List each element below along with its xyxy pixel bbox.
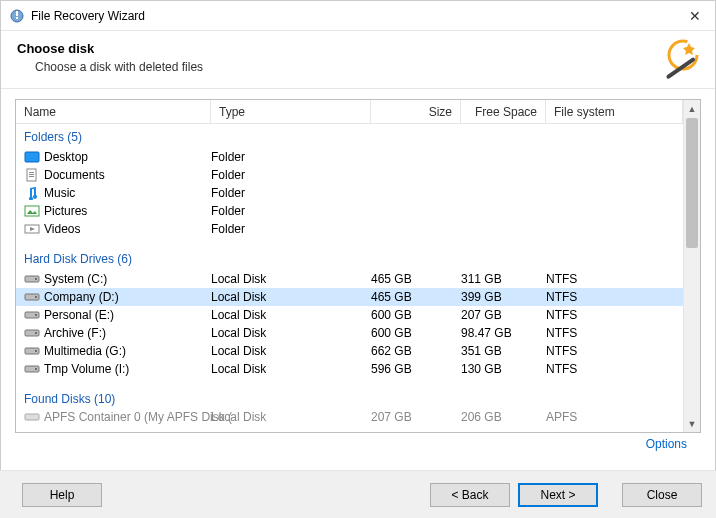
- svg-point-20: [35, 314, 37, 316]
- scroll-thumb[interactable]: [686, 118, 698, 248]
- item-name: Tmp Volume (I:): [44, 362, 129, 376]
- item-free: 399 GB: [461, 290, 546, 304]
- item-fs: NTFS: [546, 290, 683, 304]
- scroll-up-icon[interactable]: ▲: [684, 100, 700, 117]
- app-icon: [9, 8, 25, 24]
- music-icon: [24, 186, 40, 200]
- videos-icon: [24, 222, 40, 236]
- wizard-footer: Help < Back Next > Close: [0, 470, 716, 518]
- svg-point-16: [35, 278, 37, 280]
- scroll-down-icon[interactable]: ▼: [684, 415, 700, 432]
- drive-icon: [24, 362, 40, 376]
- item-free: 207 GB: [461, 308, 546, 322]
- item-type: Folder: [211, 222, 371, 236]
- item-name: Multimedia (G:): [44, 344, 126, 358]
- item-size: 600 GB: [371, 326, 461, 340]
- item-name: APFS Container 0 (My APFS Disk (: [44, 410, 232, 424]
- item-name: Pictures: [44, 204, 87, 218]
- drive-icon: [24, 344, 40, 358]
- item-size: 465 GB: [371, 272, 461, 286]
- item-fs: NTFS: [546, 362, 683, 376]
- list-item[interactable]: Company (D:) Local Disk 465 GB 399 GB NT…: [16, 288, 683, 306]
- help-button[interactable]: Help: [22, 483, 102, 507]
- drive-icon: [24, 272, 40, 286]
- item-free: 98.47 GB: [461, 326, 546, 340]
- item-name: Company (D:): [44, 290, 119, 304]
- item-name: Archive (F:): [44, 326, 106, 340]
- page-title: Choose disk: [17, 41, 699, 56]
- item-type: Folder: [211, 186, 371, 200]
- item-type: Folder: [211, 168, 371, 182]
- wizard-header: Choose disk Choose a disk with deleted f…: [1, 31, 715, 89]
- item-free: 130 GB: [461, 362, 546, 376]
- item-fs: NTFS: [546, 308, 683, 322]
- col-free[interactable]: Free Space: [461, 100, 546, 123]
- item-name: Personal (E:): [44, 308, 114, 322]
- item-name: Videos: [44, 222, 80, 236]
- svg-rect-6: [25, 152, 39, 162]
- svg-rect-10: [29, 176, 34, 177]
- item-free: 351 GB: [461, 344, 546, 358]
- col-name[interactable]: Name: [16, 100, 211, 123]
- group-found[interactable]: Found Disks (10): [16, 386, 683, 410]
- next-button[interactable]: Next >: [518, 483, 598, 507]
- drive-icon: [24, 326, 40, 340]
- item-size: 465 GB: [371, 290, 461, 304]
- options-link[interactable]: Options: [646, 437, 687, 451]
- item-fs: NTFS: [546, 326, 683, 340]
- item-size: 662 GB: [371, 344, 461, 358]
- item-free: 311 GB: [461, 272, 546, 286]
- wizard-wand-icon: [653, 37, 701, 85]
- item-size: 596 GB: [371, 362, 461, 376]
- svg-point-26: [35, 368, 37, 370]
- svg-rect-27: [25, 414, 39, 420]
- item-type: Local Disk: [211, 362, 371, 376]
- list-item[interactable]: System (C:) Local Disk 465 GB 311 GB NTF…: [16, 270, 683, 288]
- item-name: Documents: [44, 168, 105, 182]
- group-folders[interactable]: Folders (5): [16, 124, 683, 148]
- list-item[interactable]: Videos Folder: [16, 220, 683, 238]
- list-item[interactable]: Desktop Folder: [16, 148, 683, 166]
- close-button[interactable]: Close: [622, 483, 702, 507]
- window-title: File Recovery Wizard: [31, 9, 683, 23]
- drive-icon: [24, 290, 40, 304]
- pictures-icon: [24, 204, 40, 218]
- col-size[interactable]: Size: [371, 100, 461, 123]
- drive-icon: [24, 308, 40, 322]
- item-name: Music: [44, 186, 75, 200]
- list-item[interactable]: Multimedia (G:) Local Disk 662 GB 351 GB…: [16, 342, 683, 360]
- svg-rect-11: [25, 206, 39, 216]
- list-item[interactable]: Personal (E:) Local Disk 600 GB 207 GB N…: [16, 306, 683, 324]
- list-item[interactable]: Tmp Volume (I:) Local Disk 596 GB 130 GB…: [16, 360, 683, 378]
- item-type: Local Disk: [211, 272, 371, 286]
- column-headers[interactable]: Name Type Size Free Space File system: [16, 100, 683, 124]
- group-drives[interactable]: Hard Disk Drives (6): [16, 246, 683, 270]
- col-type[interactable]: Type: [211, 100, 371, 123]
- item-fs: APFS: [546, 410, 683, 424]
- item-type: Local Disk: [211, 308, 371, 322]
- close-icon[interactable]: ✕: [683, 8, 707, 24]
- item-type: Local Disk: [211, 290, 371, 304]
- drive-icon: [24, 410, 40, 424]
- svg-rect-9: [29, 174, 34, 175]
- item-fs: NTFS: [546, 272, 683, 286]
- item-type: Local Disk: [211, 326, 371, 340]
- item-type: Folder: [211, 150, 371, 164]
- titlebar: File Recovery Wizard ✕: [1, 1, 715, 31]
- list-item[interactable]: Music Folder: [16, 184, 683, 202]
- item-size: 600 GB: [371, 308, 461, 322]
- col-fs[interactable]: File system: [546, 100, 683, 123]
- svg-rect-1: [16, 11, 18, 16]
- list-item[interactable]: Pictures Folder: [16, 202, 683, 220]
- item-name: Desktop: [44, 150, 88, 164]
- svg-rect-8: [29, 172, 34, 173]
- item-size: 207 GB: [371, 410, 461, 424]
- list-item[interactable]: Documents Folder: [16, 166, 683, 184]
- list-item[interactable]: Archive (F:) Local Disk 600 GB 98.47 GB …: [16, 324, 683, 342]
- back-button[interactable]: < Back: [430, 483, 510, 507]
- vertical-scrollbar[interactable]: ▲ ▼: [683, 100, 700, 432]
- list-item[interactable]: APFS Container 0 (My APFS Disk ( Local D…: [16, 410, 683, 424]
- item-name: System (C:): [44, 272, 107, 286]
- item-type: Folder: [211, 204, 371, 218]
- item-type: Local Disk: [211, 410, 371, 424]
